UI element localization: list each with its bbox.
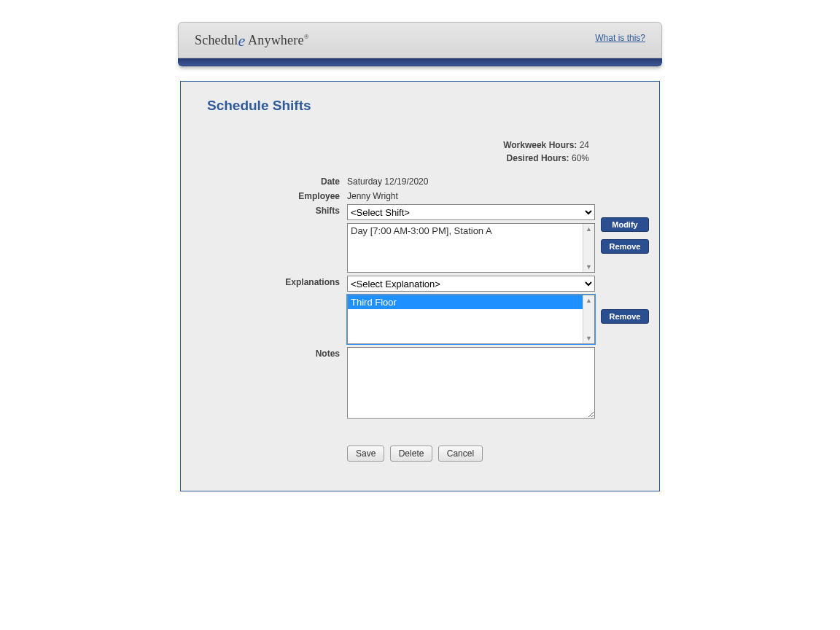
employee-label: Employee: [181, 190, 341, 201]
main-panel: Schedule Shifts Workweek Hours: 24 Desir…: [180, 81, 660, 491]
save-button[interactable]: Save: [347, 446, 384, 462]
brand-text-rest: Anywhere: [245, 33, 303, 47]
delete-button[interactable]: Delete: [390, 446, 433, 462]
notes-textarea[interactable]: [347, 347, 595, 419]
brand-registered: ®: [304, 33, 309, 40]
scroll-up-icon[interactable]: ▲: [586, 224, 592, 234]
scrollbar[interactable]: ▲ ▼: [583, 295, 594, 343]
hours-block: Workweek Hours: 24 Desired Hours: 60%: [181, 139, 659, 165]
header-strip: [178, 58, 662, 66]
brand-text-e: e: [238, 31, 245, 50]
remove-shift-button[interactable]: Remove: [601, 239, 649, 254]
shifts-label: Shifts: [181, 204, 341, 216]
explanations-listbox[interactable]: Third Floor ▲ ▼: [347, 295, 595, 344]
workweek-hours-value: 24: [580, 140, 589, 150]
what-is-this-link[interactable]: What is this?: [595, 33, 645, 43]
shift-select[interactable]: <Select Shift>: [347, 204, 595, 220]
modify-button[interactable]: Modify: [601, 217, 649, 232]
page-title: Schedule Shifts: [207, 98, 659, 114]
explanation-list-item[interactable]: Third Floor: [348, 295, 594, 309]
explanations-label: Explanations: [181, 276, 341, 287]
notes-label: Notes: [181, 347, 341, 359]
desired-hours-label: Desired Hours:: [507, 153, 569, 163]
date-value: Saturday 12/19/2020: [347, 175, 595, 187]
shifts-listbox[interactable]: Day [7:00 AM-3:00 PM], Station A ▲ ▼: [347, 223, 595, 273]
shift-list-item[interactable]: Day [7:00 AM-3:00 PM], Station A: [348, 224, 594, 238]
scroll-down-icon[interactable]: ▼: [586, 333, 592, 343]
date-label: Date: [181, 175, 341, 187]
scroll-up-icon[interactable]: ▲: [586, 295, 592, 306]
scrollbar[interactable]: ▲ ▼: [583, 224, 594, 272]
brand-text-prefix: Schedul: [195, 33, 238, 47]
explanation-select[interactable]: <Select Explanation>: [347, 276, 595, 292]
cancel-button[interactable]: Cancel: [438, 446, 483, 462]
workweek-hours-label: Workweek Hours:: [503, 140, 577, 150]
scroll-down-icon[interactable]: ▼: [586, 262, 592, 272]
header-bar: Schedule Anywhere® What is this?: [178, 22, 662, 58]
brand-logo: Schedule Anywhere®: [195, 31, 309, 50]
remove-explanation-button[interactable]: Remove: [601, 309, 649, 324]
desired-hours-value: 60%: [572, 153, 589, 163]
employee-value: Jenny Wright: [347, 190, 595, 201]
